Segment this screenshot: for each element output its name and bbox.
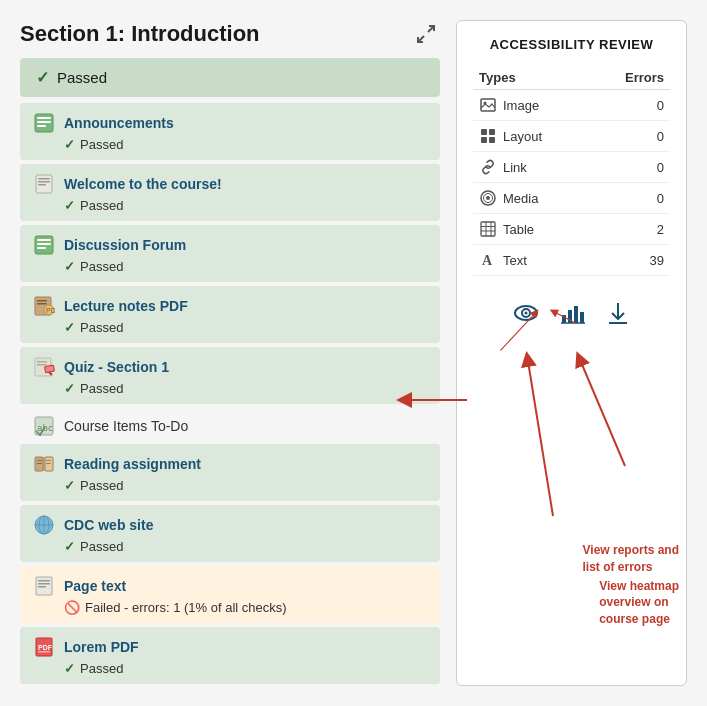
lecture-check: ✓ [64,320,75,335]
item-welcome[interactable]: Welcome to the course! ✓ Passed [20,164,440,221]
lorem-pdf-icon: PDF [32,635,56,659]
svg-rect-47 [489,129,495,135]
svg-point-61 [524,312,527,315]
items-list: Announcements ✓ Passed [20,103,440,688]
svg-rect-65 [580,312,584,323]
reading-label: Reading assignment [64,456,201,472]
item-cdc[interactable]: CDC web site ✓ Passed [20,505,440,562]
text-icon: A [479,251,497,269]
reading-status-label: Passed [80,478,123,493]
passed-banner: ✓ Passed [20,58,440,97]
svg-text:PDF: PDF [38,644,53,651]
quiz-check: ✓ [64,381,75,396]
link-errors: 0 [590,152,670,183]
table-label: Table [503,222,534,237]
svg-rect-64 [574,306,578,323]
passed-check-icon: ✓ [36,68,49,87]
lorem-pdf-status-label: Passed [80,661,123,676]
cdc-status-label: Passed [80,539,123,554]
lecture-status-label: Passed [80,320,123,335]
svg-rect-15 [37,300,47,302]
lecture-label: Lecture notes PDF [64,298,188,314]
item-lecture[interactable]: PDF Lecture notes PDF ✓ Passed [20,286,440,343]
discussion-check: ✓ [64,259,75,274]
reading-check: ✓ [64,478,75,493]
discussion-label: Discussion Forum [64,237,186,253]
image-icon [479,96,497,114]
lecture-icon: PDF [32,294,56,318]
svg-rect-20 [37,361,47,363]
page-text-icon [32,574,56,598]
welcome-status-label: Passed [80,198,123,213]
media-errors: 0 [590,183,670,214]
row-table: Table 2 [473,214,670,245]
item-announcements[interactable]: Announcements ✓ Passed [20,103,440,160]
svg-rect-53 [481,222,495,236]
item-quiz[interactable]: Quiz - Section 1 ✓ Passed [20,347,440,404]
svg-rect-12 [37,243,51,245]
cdc-status: ✓ Passed [64,539,428,554]
svg-rect-39 [38,583,50,585]
svg-rect-32 [37,463,42,464]
quiz-icon [32,355,56,379]
welcome-icon [32,172,56,196]
svg-rect-29 [46,460,51,461]
welcome-label: Welcome to the course! [64,176,222,192]
welcome-status: ✓ Passed [64,198,428,213]
svg-rect-21 [37,364,47,366]
lorem-pdf-label: Lorem PDF [64,639,139,655]
cdc-label: CDC web site [64,517,153,533]
svg-rect-23 [45,365,55,372]
reading-status: ✓ Passed [64,478,428,493]
page-text-fail-icon: 🚫 [64,600,80,615]
svg-rect-38 [38,580,50,582]
svg-text:PDF: PDF [46,307,55,314]
announcements-status-label: Passed [80,137,123,152]
text-label: Text [503,253,527,268]
discussion-icon [32,233,56,257]
eye-view-button[interactable] [513,300,539,326]
discussion-status: ✓ Passed [64,259,428,274]
download-button[interactable] [605,300,631,326]
link-label: Link [503,160,527,175]
item-lorem-pdf[interactable]: PDF Lorem PDF ✓ Passed [20,627,440,684]
cdc-icon [32,513,56,537]
quiz-status-label: Passed [80,381,123,396]
item-page-text[interactable]: Page text 🚫 Failed - errors: 1 (1% of al… [20,566,440,623]
main-container: Section 1: Introduction ✓ Passed [0,0,707,706]
todo-icon: abc [32,414,56,438]
section-header: Section 1: Introduction [20,20,440,48]
item-reading[interactable]: Reading assignment ✓ Passed [20,444,440,501]
svg-rect-31 [37,460,42,461]
media-icon [479,189,497,207]
row-image: Image 0 [473,90,670,121]
table-errors: 2 [590,214,670,245]
page-text-status-label: Failed - errors: 1 (1% of all checks) [85,600,287,615]
item-discussion[interactable]: Discussion Forum ✓ Passed [20,225,440,282]
accessibility-review-panel: ACCESSIBILITY REVIEW Types Errors [456,20,687,686]
svg-rect-30 [46,463,51,464]
lecture-status: ✓ Passed [64,320,428,335]
chart-view-button[interactable] [559,300,585,326]
announcements-check: ✓ [64,137,75,152]
svg-rect-40 [38,586,46,588]
svg-rect-46 [481,129,487,135]
col-errors: Errors [590,66,670,90]
table-icon [479,220,497,238]
svg-rect-16 [37,303,47,305]
svg-rect-43 [38,651,50,653]
svg-rect-49 [489,137,495,143]
svg-rect-9 [38,184,46,186]
svg-rect-7 [38,178,50,180]
announcements-icon [32,111,56,135]
expand-icon[interactable] [412,20,440,48]
quiz-status: ✓ Passed [64,381,428,396]
row-layout: Layout 0 [473,121,670,152]
svg-point-51 [486,196,490,200]
row-link: Link 0 [473,152,670,183]
image-label: Image [503,98,539,113]
row-media: Media 0 [473,183,670,214]
svg-rect-48 [481,137,487,143]
svg-rect-13 [37,247,46,249]
item-todo[interactable]: abc Course Items To-Do [20,408,440,444]
